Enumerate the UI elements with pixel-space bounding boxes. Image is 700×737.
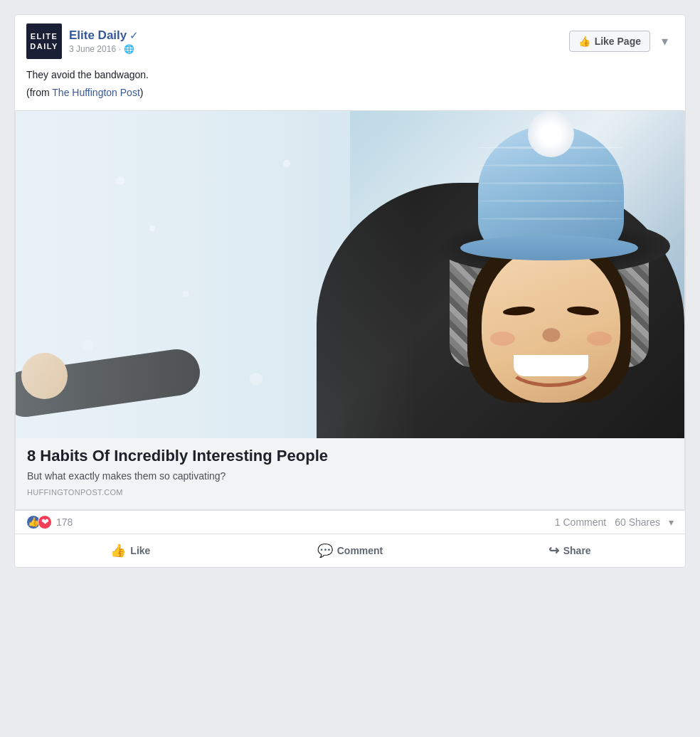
chevron-down-icon: ▾ bbox=[662, 34, 668, 48]
post-header-left: ELITE DAILY Elite Daily ✓ 3 June 2016 · … bbox=[26, 23, 139, 59]
page-name-row: Elite Daily ✓ bbox=[69, 28, 139, 43]
smile-curve bbox=[507, 351, 595, 387]
post-date: 3 June 2016 bbox=[69, 44, 116, 54]
separator: · bbox=[119, 44, 121, 54]
share-count[interactable]: 60 Shares bbox=[615, 516, 660, 528]
comment-action-label: Comment bbox=[337, 545, 383, 556]
share-action-label: Share bbox=[563, 545, 591, 556]
like-action-label: Like bbox=[130, 545, 150, 556]
like-page-label: Like Page bbox=[595, 36, 641, 47]
heart-reaction-icon: ❤ bbox=[38, 515, 52, 529]
share-action-icon: ↪ bbox=[548, 543, 559, 558]
right-eye bbox=[567, 305, 600, 317]
like-action-icon: 👍 bbox=[110, 543, 126, 558]
article-image bbox=[16, 111, 684, 438]
hand-shape bbox=[21, 353, 68, 399]
left-eye bbox=[503, 305, 536, 317]
comment-action-icon: 💬 bbox=[317, 543, 333, 558]
page-logo[interactable]: ELITE DAILY bbox=[26, 23, 62, 59]
nose bbox=[542, 328, 560, 342]
cheek-left bbox=[490, 332, 515, 346]
article-card[interactable]: 8 Habits Of Incredibly Interesting Peopl… bbox=[15, 110, 685, 510]
like-page-button[interactable]: 👍 Like Page bbox=[569, 31, 650, 52]
hat-pompom bbox=[528, 111, 574, 157]
reactions-left: 👍 ❤ 178 bbox=[26, 515, 73, 529]
reactions-right: 1 Comment 60 Shares ▾ bbox=[555, 516, 674, 528]
like-page-thumb-icon: 👍 bbox=[578, 36, 590, 47]
mouth-area bbox=[503, 351, 599, 387]
article-description: But what exactly makes them so captivati… bbox=[27, 470, 673, 484]
article-body: 8 Habits Of Incredibly Interesting Peopl… bbox=[16, 438, 684, 509]
article-title: 8 Habits Of Incredibly Interesting Peopl… bbox=[27, 447, 673, 465]
comment-action-button[interactable]: 💬 Comment bbox=[240, 537, 460, 564]
post-text: They avoid the bandwagon. (from The Huff… bbox=[15, 65, 685, 110]
page-info: Elite Daily ✓ 3 June 2016 · 🌐 bbox=[69, 28, 139, 53]
reaction-count: 178 bbox=[56, 516, 73, 528]
reactions-dropdown-icon[interactable]: ▾ bbox=[669, 516, 674, 528]
post-dropdown-button[interactable]: ▾ bbox=[656, 31, 674, 52]
action-bar: 👍 Like 💬 Comment ↪ Share bbox=[15, 534, 685, 567]
page-name[interactable]: Elite Daily bbox=[69, 28, 127, 43]
comment-count[interactable]: 1 Comment bbox=[555, 516, 606, 528]
cheek-right bbox=[587, 332, 612, 346]
text-suffix: ) bbox=[140, 87, 144, 98]
post-header: ELITE DAILY Elite Daily ✓ 3 June 2016 · … bbox=[15, 15, 685, 65]
share-action-button[interactable]: ↪ Share bbox=[460, 537, 679, 564]
post-line1: They avoid the bandwagon. bbox=[26, 68, 674, 83]
huffington-post-link[interactable]: The Huffington Post bbox=[52, 87, 139, 98]
like-action-button[interactable]: 👍 Like bbox=[21, 537, 240, 564]
verified-icon: ✓ bbox=[129, 29, 139, 42]
post-meta: 3 June 2016 · 🌐 bbox=[69, 44, 139, 54]
post-card: ELITE DAILY Elite Daily ✓ 3 June 2016 · … bbox=[14, 14, 686, 568]
globe-icon: 🌐 bbox=[124, 44, 134, 54]
text-prefix: (from bbox=[26, 87, 52, 98]
post-line2: (from The Huffington Post) bbox=[26, 85, 674, 100]
reaction-icons: 👍 ❤ bbox=[26, 515, 52, 529]
article-source: HUFFINGTONPOST.COM bbox=[27, 488, 673, 497]
hat-brim bbox=[460, 235, 638, 260]
face-shape bbox=[482, 246, 620, 403]
reactions-bar: 👍 ❤ 178 1 Comment 60 Shares ▾ bbox=[15, 510, 685, 534]
